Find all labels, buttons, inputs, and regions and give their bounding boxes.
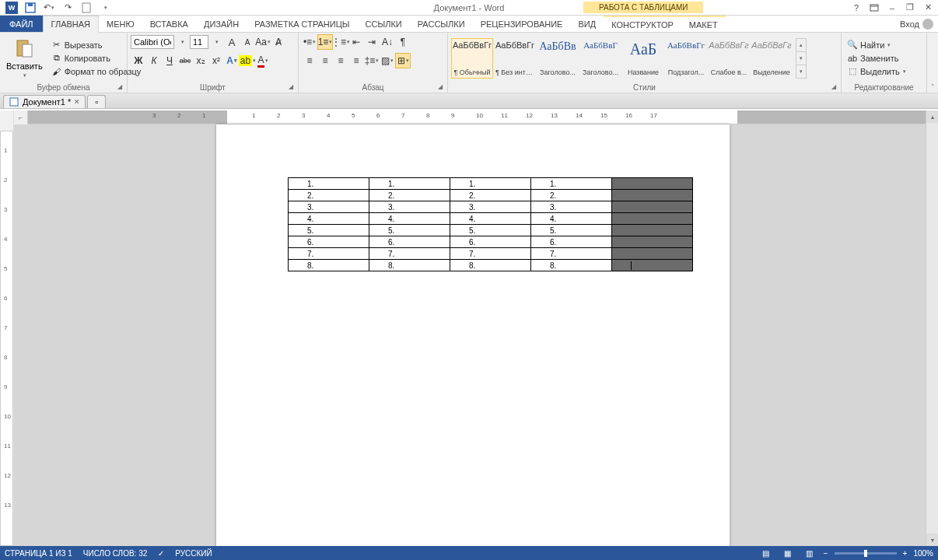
font-name-dropdown-icon[interactable]: ▾ bbox=[174, 34, 190, 50]
align-center-icon[interactable]: ≡ bbox=[317, 53, 333, 68]
style-item[interactable]: АаБбВвГгСлабое в... bbox=[708, 38, 750, 79]
show-marks-icon[interactable]: ¶ bbox=[395, 34, 411, 50]
replace-button[interactable]: abЗаменить bbox=[845, 52, 908, 65]
document-tab-new[interactable]: ▫ bbox=[87, 95, 106, 108]
bullets-icon[interactable]: •≡▾ bbox=[302, 34, 317, 50]
style-preview: АаБбВвГг bbox=[453, 40, 492, 50]
tab-menu[interactable]: Меню bbox=[99, 16, 142, 32]
new-doc-icon[interactable] bbox=[78, 1, 95, 15]
style-label: Слабое в... bbox=[709, 68, 748, 76]
group-clipboard: Вставить ▾ ✂Вырезать ⧉Копировать 🖌Формат… bbox=[0, 33, 128, 93]
styles-launcher-icon[interactable]: ◢ bbox=[831, 83, 839, 91]
window-title: Документ1 - Word bbox=[434, 3, 505, 12]
clipboard-launcher-icon[interactable]: ◢ bbox=[117, 83, 125, 91]
login-label[interactable]: Вход bbox=[900, 19, 919, 29]
subscript-button[interactable]: x₂ bbox=[193, 53, 208, 68]
ribbon: Вставить ▾ ✂Вырезать ⧉Копировать 🖌Формат… bbox=[0, 33, 938, 93]
contextual-tab-header: РАБОТА С ТАБЛИЦАМИ bbox=[583, 2, 703, 13]
align-left-icon[interactable]: ≡ bbox=[302, 53, 317, 68]
style-item[interactable]: АаБбВвГг¶ Обычный bbox=[451, 38, 493, 79]
justify-icon[interactable]: ≡ bbox=[348, 53, 364, 68]
avatar-icon[interactable] bbox=[922, 19, 933, 30]
numbering-icon[interactable]: 1≡▾ bbox=[317, 34, 333, 50]
borders-icon[interactable]: ⊞▾ bbox=[395, 53, 411, 68]
close-icon[interactable]: ✕ bbox=[919, 1, 936, 15]
italic-button[interactable]: К bbox=[146, 53, 162, 68]
clear-format-icon[interactable]: A̷ bbox=[271, 34, 286, 50]
decrease-indent-icon[interactable]: ⇤ bbox=[348, 34, 364, 50]
font-size-dropdown-icon[interactable]: ▾ bbox=[208, 34, 224, 50]
change-case-icon[interactable]: Aa▾ bbox=[255, 34, 271, 50]
styles-more-icon[interactable]: ▾ bbox=[796, 65, 806, 78]
line-spacing-icon[interactable]: ‡≡▾ bbox=[364, 53, 380, 68]
minimize-icon[interactable]: – bbox=[884, 1, 901, 15]
grow-font-icon[interactable]: A bbox=[224, 34, 240, 50]
copy-icon: ⧉ bbox=[51, 53, 62, 64]
underline-button[interactable]: Ч bbox=[162, 53, 177, 68]
style-item[interactable]: АаБбВвГгВыделение bbox=[751, 38, 793, 79]
group-editing: 🔍Найти▾ abЗаменить ⬚Выделить▾ Редактиров… bbox=[842, 33, 927, 93]
tab-insert[interactable]: ВСТАВКА bbox=[142, 16, 196, 32]
strike-button[interactable]: abc bbox=[177, 53, 193, 68]
shrink-font-icon[interactable]: A bbox=[240, 34, 255, 50]
tab-design[interactable]: ДИЗАЙН bbox=[196, 16, 247, 32]
tab-review[interactable]: РЕЦЕНЗИРОВАНИЕ bbox=[473, 16, 571, 32]
align-right-icon[interactable]: ≡ bbox=[333, 53, 348, 68]
paste-button[interactable]: Вставить ▾ bbox=[3, 37, 46, 80]
bold-button[interactable]: Ж bbox=[131, 53, 146, 68]
redo-icon[interactable]: ↷ bbox=[59, 1, 76, 15]
tab-home[interactable]: ГЛАВНАЯ bbox=[43, 16, 99, 33]
font-name-input[interactable] bbox=[131, 35, 174, 49]
para-launcher-icon[interactable]: ◢ bbox=[438, 83, 446, 91]
style-item[interactable]: АаБбВвЗаголово... bbox=[537, 38, 579, 79]
doc-tab-close-icon[interactable]: ✕ bbox=[74, 98, 80, 106]
style-preview: АаБбВвГ bbox=[583, 40, 617, 50]
document-tab[interactable]: Документ1 * ✕ bbox=[3, 95, 86, 108]
select-icon: ⬚ bbox=[847, 66, 858, 77]
font-color-icon[interactable]: A▾ bbox=[255, 53, 271, 68]
styles-gallery: АаБбВвГг¶ ОбычныйАаБбВвГг¶ Без инте...Аа… bbox=[451, 37, 793, 80]
collapse-ribbon-icon[interactable]: ˄ bbox=[931, 83, 935, 91]
font-size-input[interactable] bbox=[190, 35, 208, 49]
tab-layout[interactable]: РАЗМЕТКА СТРАНИЦЫ bbox=[247, 16, 357, 32]
style-label: Подзагол... bbox=[667, 68, 705, 76]
sort-icon[interactable]: A↓ bbox=[380, 34, 395, 50]
replace-icon: ab bbox=[847, 53, 858, 64]
style-label: Заголово... bbox=[538, 68, 577, 76]
doc-tab-icon bbox=[9, 96, 19, 107]
undo-icon[interactable]: ↶▾ bbox=[40, 1, 58, 15]
increase-indent-icon[interactable]: ⇥ bbox=[364, 34, 380, 50]
styles-scroll-down-icon[interactable]: ▾ bbox=[796, 52, 806, 65]
font-launcher-icon[interactable]: ◢ bbox=[289, 83, 296, 91]
multilevel-icon[interactable]: ⋮≡▾ bbox=[333, 34, 348, 50]
style-item[interactable]: АаБбВвГгПодзагол... bbox=[665, 38, 707, 79]
style-item[interactable]: АаБбВвГЗаголово... bbox=[579, 38, 621, 79]
find-icon: 🔍 bbox=[847, 40, 858, 51]
save-icon[interactable] bbox=[22, 1, 39, 15]
style-item[interactable]: АаБбВвГг¶ Без инте... bbox=[494, 38, 536, 79]
cut-icon: ✂ bbox=[51, 40, 62, 51]
tab-view[interactable]: ВИД bbox=[570, 16, 604, 32]
document-tab-strip: Документ1 * ✕ ▫ bbox=[0, 93, 938, 109]
tab-references[interactable]: ССЫЛКИ bbox=[358, 16, 410, 32]
highlight-icon[interactable]: ab▾ bbox=[240, 53, 255, 68]
window-controls: ? – ❐ ✕ bbox=[848, 1, 938, 15]
styles-scroll-up-icon[interactable]: ▴ bbox=[796, 39, 806, 52]
shading-icon[interactable]: ▨▾ bbox=[380, 53, 395, 68]
tab-file[interactable]: ФАЙЛ bbox=[0, 16, 43, 32]
tab-table-layout[interactable]: МАКЕТ bbox=[681, 16, 726, 32]
maximize-icon[interactable]: ❐ bbox=[901, 1, 919, 15]
ribbon-tabs: ФАЙЛ ГЛАВНАЯ Меню ВСТАВКА ДИЗАЙН РАЗМЕТК… bbox=[0, 16, 938, 33]
qat-customize-icon[interactable]: ▾ bbox=[96, 1, 114, 15]
word-app-icon[interactable]: W bbox=[3, 1, 20, 15]
text-effects-icon[interactable]: A▾ bbox=[224, 53, 240, 68]
style-preview: АаБбВв bbox=[539, 40, 576, 53]
select-button[interactable]: ⬚Выделить▾ bbox=[845, 65, 908, 78]
superscript-button[interactable]: x² bbox=[208, 53, 224, 68]
tab-mailings[interactable]: РАССЫЛКИ bbox=[410, 16, 473, 32]
tab-table-design[interactable]: КОНСТРУКТОР bbox=[604, 16, 681, 32]
ribbon-display-icon[interactable] bbox=[866, 1, 883, 15]
help-icon[interactable]: ? bbox=[848, 1, 865, 15]
style-item[interactable]: АаБНазвание bbox=[622, 38, 664, 79]
find-button[interactable]: 🔍Найти▾ bbox=[845, 39, 908, 51]
